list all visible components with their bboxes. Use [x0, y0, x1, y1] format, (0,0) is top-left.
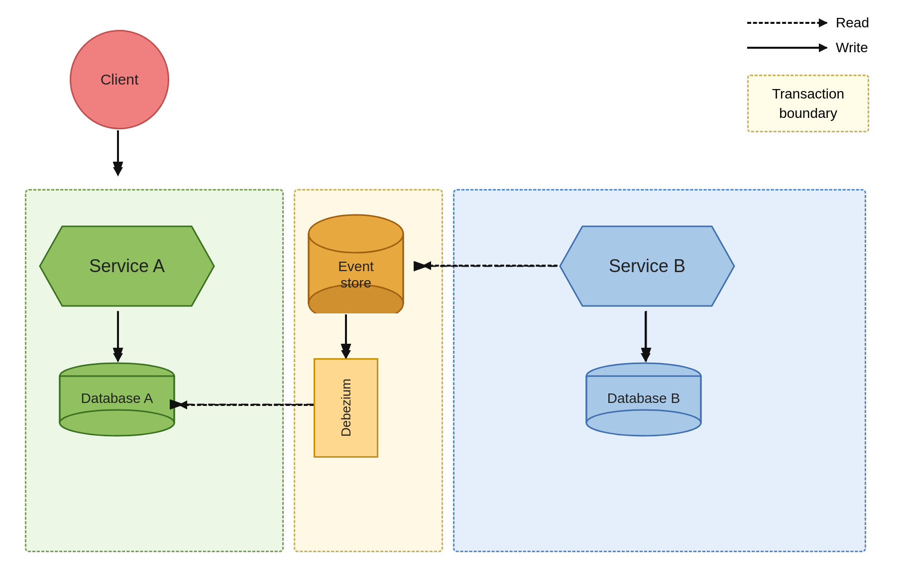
svg-text:Database A: Database A	[81, 391, 153, 406]
svg-text:store: store	[340, 275, 371, 291]
client-label: Client	[101, 71, 139, 88]
arrow-debezium-to-db-a	[179, 404, 314, 406]
write-arrow-icon	[747, 47, 827, 49]
debezium-node: Debezium	[314, 358, 378, 458]
arrow-service-b-to-event-store	[423, 265, 558, 267]
client-node: Client	[70, 30, 169, 129]
svg-text:Database B: Database B	[607, 391, 680, 406]
arrow-event-store-to-debezium	[345, 314, 347, 358]
transaction-boundary-label: Transactionboundary	[772, 86, 844, 121]
service-a-text: Service A	[89, 256, 165, 276]
svg-point-3	[60, 410, 174, 436]
svg-text:Event: Event	[338, 259, 374, 274]
read-label: Read	[836, 15, 869, 31]
transaction-boundary-legend: Transactionboundary	[747, 75, 869, 132]
diagram: Read Write Transactionboundary Client Se…	[0, 0, 899, 588]
service-b-node: Service B	[558, 224, 737, 308]
write-label: Write	[836, 40, 868, 56]
legend-write: Write	[747, 40, 869, 56]
arrow-service-a-to-db-a	[117, 311, 119, 361]
event-store-node: Event store	[304, 214, 423, 313]
legend-read: Read	[747, 15, 869, 31]
read-arrow-icon	[747, 22, 827, 24]
arrow-client-to-service-a	[117, 130, 119, 175]
database-a-node: Database A	[55, 362, 179, 437]
debezium-label: Debezium	[338, 379, 354, 437]
svg-point-18	[586, 410, 701, 436]
svg-point-8	[309, 215, 403, 253]
service-a-node: Service A	[37, 224, 217, 308]
legend: Read Write Transactionboundary	[747, 15, 869, 132]
arrow-service-b-to-db-b	[645, 311, 647, 361]
database-b-node: Database B	[581, 362, 706, 437]
svg-text:Service B: Service B	[609, 256, 685, 276]
